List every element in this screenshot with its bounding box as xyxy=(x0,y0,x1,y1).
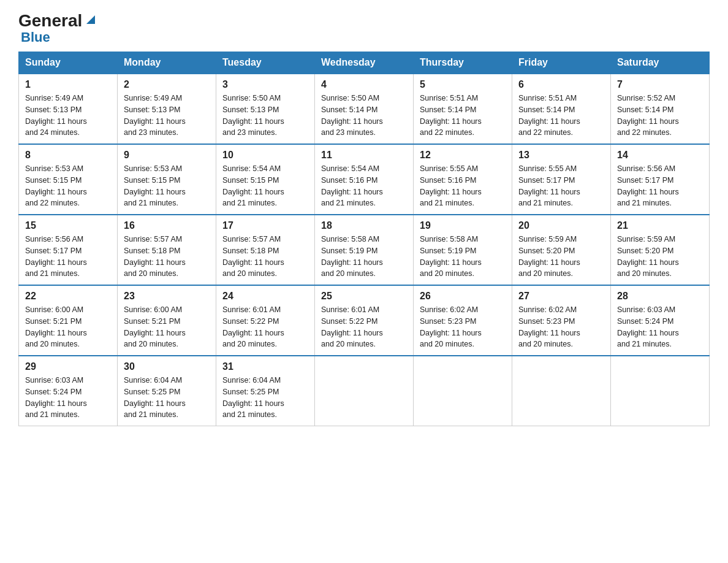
day-number: 6 xyxy=(518,79,604,90)
day-number: 13 xyxy=(518,150,604,161)
weekday-header-sunday: Sunday xyxy=(19,52,118,74)
day-number: 5 xyxy=(420,79,506,90)
day-info: Sunrise: 5:56 AM Sunset: 5:17 PM Dayligh… xyxy=(617,163,703,209)
day-info: Sunrise: 5:49 AM Sunset: 5:13 PM Dayligh… xyxy=(124,93,210,139)
empty-cell xyxy=(315,356,414,426)
day-cell-25: 25 Sunrise: 6:01 AM Sunset: 5:22 PM Dayl… xyxy=(315,285,414,356)
day-cell-4: 4 Sunrise: 5:50 AM Sunset: 5:14 PM Dayli… xyxy=(315,74,414,144)
svg-marker-0 xyxy=(86,15,95,24)
day-info: Sunrise: 6:01 AM Sunset: 5:22 PM Dayligh… xyxy=(321,304,407,350)
empty-cell xyxy=(414,356,512,426)
day-cell-26: 26 Sunrise: 6:02 AM Sunset: 5:23 PM Dayl… xyxy=(414,285,512,356)
logo-blue-text: Blue xyxy=(21,29,50,45)
day-info: Sunrise: 5:58 AM Sunset: 5:19 PM Dayligh… xyxy=(321,234,407,280)
day-number: 12 xyxy=(420,150,506,161)
day-number: 26 xyxy=(420,291,506,302)
day-cell-12: 12 Sunrise: 5:55 AM Sunset: 5:16 PM Dayl… xyxy=(414,144,512,215)
weekday-header-tuesday: Tuesday xyxy=(216,52,315,74)
logo-triangle-icon xyxy=(84,13,97,26)
day-info: Sunrise: 5:57 AM Sunset: 5:18 PM Dayligh… xyxy=(222,234,308,280)
week-row-5: 29 Sunrise: 6:03 AM Sunset: 5:24 PM Dayl… xyxy=(19,356,710,426)
day-number: 3 xyxy=(222,79,308,90)
day-number: 29 xyxy=(25,361,111,372)
weekday-header-friday: Friday xyxy=(512,52,611,74)
day-info: Sunrise: 5:50 AM Sunset: 5:14 PM Dayligh… xyxy=(321,93,407,139)
weekday-header-thursday: Thursday xyxy=(414,52,512,74)
weekday-header-wednesday: Wednesday xyxy=(315,52,414,74)
day-info: Sunrise: 6:02 AM Sunset: 5:23 PM Dayligh… xyxy=(518,304,604,350)
logo-general-text: General xyxy=(18,12,82,29)
week-row-1: 1 Sunrise: 5:49 AM Sunset: 5:13 PM Dayli… xyxy=(19,74,710,144)
day-number: 17 xyxy=(222,220,308,231)
day-info: Sunrise: 5:54 AM Sunset: 5:15 PM Dayligh… xyxy=(222,163,308,209)
day-info: Sunrise: 5:54 AM Sunset: 5:16 PM Dayligh… xyxy=(321,163,407,209)
day-cell-28: 28 Sunrise: 6:03 AM Sunset: 5:24 PM Dayl… xyxy=(611,285,710,356)
day-cell-29: 29 Sunrise: 6:03 AM Sunset: 5:24 PM Dayl… xyxy=(19,356,118,426)
day-info: Sunrise: 5:55 AM Sunset: 5:16 PM Dayligh… xyxy=(420,163,506,209)
day-number: 21 xyxy=(617,220,703,231)
day-cell-15: 15 Sunrise: 5:56 AM Sunset: 5:17 PM Dayl… xyxy=(19,215,118,285)
day-info: Sunrise: 5:55 AM Sunset: 5:17 PM Dayligh… xyxy=(518,163,604,209)
day-info: Sunrise: 5:51 AM Sunset: 5:14 PM Dayligh… xyxy=(518,93,604,139)
day-info: Sunrise: 6:00 AM Sunset: 5:21 PM Dayligh… xyxy=(124,304,210,350)
week-row-3: 15 Sunrise: 5:56 AM Sunset: 5:17 PM Dayl… xyxy=(19,215,710,285)
calendar-table: SundayMondayTuesdayWednesdayThursdayFrid… xyxy=(18,52,710,426)
week-row-2: 8 Sunrise: 5:53 AM Sunset: 5:15 PM Dayli… xyxy=(19,144,710,215)
day-cell-6: 6 Sunrise: 5:51 AM Sunset: 5:14 PM Dayli… xyxy=(512,74,611,144)
day-number: 30 xyxy=(124,361,210,372)
day-number: 28 xyxy=(617,291,703,302)
day-number: 2 xyxy=(124,79,210,90)
day-cell-31: 31 Sunrise: 6:04 AM Sunset: 5:25 PM Dayl… xyxy=(216,356,315,426)
day-info: Sunrise: 5:50 AM Sunset: 5:13 PM Dayligh… xyxy=(222,93,308,139)
day-number: 23 xyxy=(124,291,210,302)
day-info: Sunrise: 6:04 AM Sunset: 5:25 PM Dayligh… xyxy=(222,375,308,421)
day-cell-20: 20 Sunrise: 5:59 AM Sunset: 5:20 PM Dayl… xyxy=(512,215,611,285)
day-cell-17: 17 Sunrise: 5:57 AM Sunset: 5:18 PM Dayl… xyxy=(216,215,315,285)
day-number: 10 xyxy=(222,150,308,161)
day-cell-21: 21 Sunrise: 5:59 AM Sunset: 5:20 PM Dayl… xyxy=(611,215,710,285)
day-number: 9 xyxy=(124,150,210,161)
day-cell-24: 24 Sunrise: 6:01 AM Sunset: 5:22 PM Dayl… xyxy=(216,285,315,356)
day-number: 24 xyxy=(222,291,308,302)
day-number: 19 xyxy=(420,220,506,231)
day-cell-9: 9 Sunrise: 5:53 AM Sunset: 5:15 PM Dayli… xyxy=(118,144,216,215)
day-info: Sunrise: 5:59 AM Sunset: 5:20 PM Dayligh… xyxy=(518,234,604,280)
day-cell-2: 2 Sunrise: 5:49 AM Sunset: 5:13 PM Dayli… xyxy=(118,74,216,144)
weekday-header-row: SundayMondayTuesdayWednesdayThursdayFrid… xyxy=(19,52,710,74)
day-info: Sunrise: 5:53 AM Sunset: 5:15 PM Dayligh… xyxy=(124,163,210,209)
day-number: 4 xyxy=(321,79,407,90)
week-row-4: 22 Sunrise: 6:00 AM Sunset: 5:21 PM Dayl… xyxy=(19,285,710,356)
day-cell-1: 1 Sunrise: 5:49 AM Sunset: 5:13 PM Dayli… xyxy=(19,74,118,144)
day-cell-11: 11 Sunrise: 5:54 AM Sunset: 5:16 PM Dayl… xyxy=(315,144,414,215)
day-cell-10: 10 Sunrise: 5:54 AM Sunset: 5:15 PM Dayl… xyxy=(216,144,315,215)
day-number: 16 xyxy=(124,220,210,231)
day-info: Sunrise: 6:00 AM Sunset: 5:21 PM Dayligh… xyxy=(25,304,111,350)
day-info: Sunrise: 6:03 AM Sunset: 5:24 PM Dayligh… xyxy=(25,375,111,421)
day-cell-14: 14 Sunrise: 5:56 AM Sunset: 5:17 PM Dayl… xyxy=(611,144,710,215)
day-number: 7 xyxy=(617,79,703,90)
day-info: Sunrise: 6:01 AM Sunset: 5:22 PM Dayligh… xyxy=(222,304,308,350)
day-number: 18 xyxy=(321,220,407,231)
day-number: 25 xyxy=(321,291,407,302)
day-number: 1 xyxy=(25,79,111,90)
day-cell-23: 23 Sunrise: 6:00 AM Sunset: 5:21 PM Dayl… xyxy=(118,285,216,356)
day-cell-27: 27 Sunrise: 6:02 AM Sunset: 5:23 PM Dayl… xyxy=(512,285,611,356)
day-info: Sunrise: 5:53 AM Sunset: 5:15 PM Dayligh… xyxy=(25,163,111,209)
day-info: Sunrise: 5:51 AM Sunset: 5:14 PM Dayligh… xyxy=(420,93,506,139)
day-cell-3: 3 Sunrise: 5:50 AM Sunset: 5:13 PM Dayli… xyxy=(216,74,315,144)
day-number: 31 xyxy=(222,361,308,372)
day-cell-22: 22 Sunrise: 6:00 AM Sunset: 5:21 PM Dayl… xyxy=(19,285,118,356)
day-cell-8: 8 Sunrise: 5:53 AM Sunset: 5:15 PM Dayli… xyxy=(19,144,118,215)
day-info: Sunrise: 5:52 AM Sunset: 5:14 PM Dayligh… xyxy=(617,93,703,139)
day-cell-16: 16 Sunrise: 5:57 AM Sunset: 5:18 PM Dayl… xyxy=(118,215,216,285)
weekday-header-saturday: Saturday xyxy=(611,52,710,74)
page-header: General Blue xyxy=(18,12,710,45)
day-info: Sunrise: 5:58 AM Sunset: 5:19 PM Dayligh… xyxy=(420,234,506,280)
day-number: 27 xyxy=(518,291,604,302)
day-number: 15 xyxy=(25,220,111,231)
day-cell-7: 7 Sunrise: 5:52 AM Sunset: 5:14 PM Dayli… xyxy=(611,74,710,144)
day-info: Sunrise: 5:56 AM Sunset: 5:17 PM Dayligh… xyxy=(25,234,111,280)
logo: General Blue xyxy=(18,12,97,45)
day-info: Sunrise: 6:04 AM Sunset: 5:25 PM Dayligh… xyxy=(124,375,210,421)
day-number: 14 xyxy=(617,150,703,161)
